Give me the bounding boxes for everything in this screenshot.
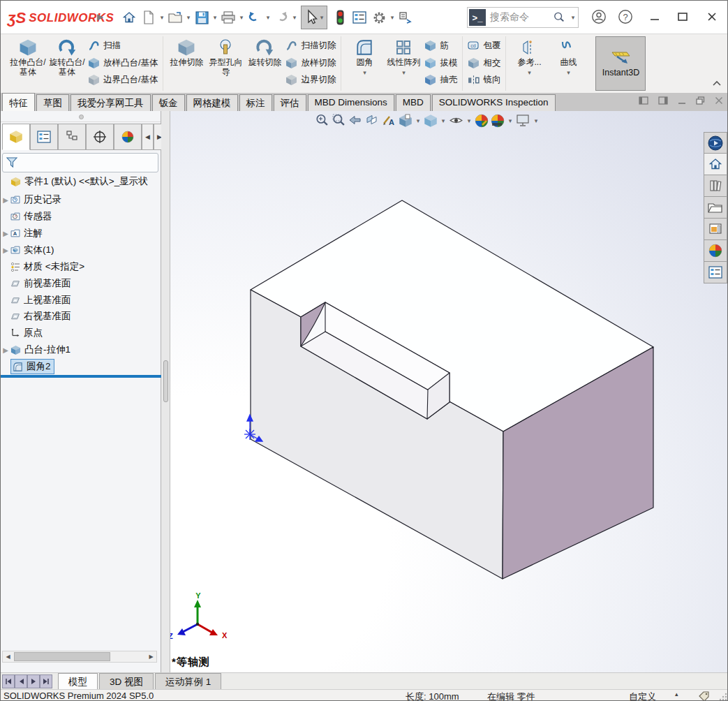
revolved-cut-button[interactable]: 旋转切除 [245,36,284,89]
zoom-area-icon[interactable] [332,113,346,128]
pane-left-button[interactable] [639,96,648,105]
reference-geometry-button[interactable]: 参考... ▾ [510,36,549,89]
lofted-cut-button[interactable]: 放样切除 [285,55,336,71]
options-gear-button[interactable] [369,7,389,28]
maximize-button[interactable] [672,8,693,26]
curves-dropdown[interactable]: ▾ [567,68,570,78]
account-button[interactable] [588,8,609,26]
new-document-button[interactable] [139,7,158,28]
previous-view-icon[interactable] [348,113,363,128]
tab-nav-next[interactable] [27,674,40,688]
pane-right-button[interactable] [658,96,668,105]
appearances-scenes-button[interactable] [704,240,727,262]
close-button[interactable] [701,8,722,26]
tree-item-sensors[interactable]: 传感器 [1,209,52,224]
model-tab[interactable]: 模型 [58,673,98,689]
display-style-dropdown[interactable]: ▾ [440,117,447,124]
swept-cut-button[interactable]: 扫描切除 [285,38,336,54]
panel-top-splitter[interactable] [1,111,161,122]
redo-button[interactable] [272,7,291,28]
search-icon[interactable] [553,11,565,24]
options-dropdown[interactable]: ▾ [389,14,396,21]
tree-item-boss-extrude[interactable]: ▶ 凸台-拉伸1 [1,342,70,357]
view-palette-button[interactable] [704,219,727,240]
revolved-boss-button[interactable]: 旋转凸台/基体 [47,36,87,89]
view-orientation-icon[interactable] [399,114,413,128]
extruded-cut-button[interactable]: 拉伸切除 [167,36,206,89]
tab-mesh-modeling[interactable]: 网格建模 [186,94,238,111]
properties-button[interactable] [350,7,369,28]
undo-button[interactable] [245,7,265,28]
resize-grip[interactable] [719,693,727,701]
tab-mbd-dimensions[interactable]: MBD Dimensions [308,94,394,111]
curves-button[interactable]: 曲线 ▾ [549,36,588,89]
fillet-dropdown[interactable]: ▾ [363,68,366,78]
tree-item-annotations[interactable]: ▶ A 注解 [1,226,43,241]
zoom-fit-icon[interactable] [315,113,329,128]
custom-properties-button[interactable] [704,262,727,283]
display-style-icon[interactable] [424,114,438,128]
tab-sheet-metal[interactable]: 钣金 [152,94,185,111]
doc-minimize-button[interactable] [678,96,686,105]
tree-item-fillet2[interactable]: 圆角2 [1,359,54,374]
selected-tree-item[interactable]: 圆角2 [10,359,54,374]
print-button[interactable] [218,7,238,28]
doc-close-button[interactable] [715,96,723,105]
section-view-icon[interactable] [365,113,380,128]
linear-pattern-dropdown[interactable]: ▾ [402,68,406,78]
tab-nav-prev[interactable] [15,674,27,688]
panel-splitter[interactable] [161,111,170,672]
tree-item-solid-bodies[interactable]: ▶ 实体(1) [1,242,54,258]
shell-button[interactable]: 抽壳 [424,72,457,88]
reference-geometry-dropdown[interactable]: ▾ [528,68,531,78]
tab-sw-inspection[interactable]: SOLIDWORKS Inspection [432,94,556,111]
design-library-button[interactable] [704,175,727,197]
open-button[interactable] [165,7,185,28]
view-settings-dropdown[interactable]: ▾ [533,117,540,124]
hide-show-items-icon[interactable] [449,113,463,128]
display-manager-tab[interactable] [114,124,142,150]
view-settings-icon[interactable] [516,114,530,127]
tab-sketch[interactable]: 草图 [36,94,69,111]
panel-horizontal-scrollbar[interactable]: ◀ ▶ [2,651,157,663]
scroll-right-arrow[interactable]: ▶ [146,651,156,662]
lofted-boss-button[interactable]: 放样凸台/基体 [88,55,158,71]
quick-settings-icon[interactable] [396,7,415,28]
expand-arrow[interactable]: ▶ [1,196,10,204]
edit-appearance-icon[interactable] [475,114,489,128]
boundary-cut-button[interactable]: 边界切除 [285,72,336,88]
swept-boss-button[interactable]: 扫描 [88,38,158,54]
open-dropdown[interactable]: ▾ [185,14,192,21]
tab-markup[interactable]: 标注 [239,94,272,111]
doc-restore-button[interactable] [696,96,705,105]
intersect-button[interactable]: 相交 [468,55,500,71]
redo-dropdown[interactable]: ▾ [291,14,298,21]
dimxpert-manager-tab[interactable] [86,124,114,150]
print-dropdown[interactable]: ▾ [238,14,245,21]
tree-item-front-plane[interactable]: 前视基准面 [1,276,71,291]
performance-evaluation-icon[interactable] [330,7,350,28]
tree-item-top-plane[interactable]: 上视基准面 [1,293,71,308]
save-button[interactable] [192,7,211,28]
apply-scene-dropdown[interactable]: ▾ [507,117,514,124]
tree-item-origin[interactable]: 原点 [1,325,43,341]
tree-item-history[interactable]: ▶ 历史记录 [1,192,61,207]
boundary-boss-button[interactable]: 边界凸台/基体 [88,72,158,88]
view-orientation-dropdown[interactable]: ▾ [415,117,422,124]
file-explorer-button[interactable] [704,197,727,219]
annotation-visibility-icon[interactable]: A [382,113,396,128]
tab-nav-last[interactable] [40,674,52,688]
command-search-input[interactable]: >_ 搜索命令 ▾ [467,7,579,28]
apply-scene-icon[interactable] [491,114,505,128]
tree-item-material[interactable]: 材质 <未指定> [1,259,84,274]
tree-root-part[interactable]: 零件1 (默认) <<默认>_显示状 [1,174,148,189]
hide-show-items-dropdown[interactable]: ▾ [466,117,473,124]
tree-item-right-plane[interactable]: 右视基准面 [1,309,71,324]
linear-pattern-button[interactable]: 线性阵列 ▾ [384,36,423,89]
mirror-button[interactable]: 镜向 [468,72,500,88]
tree-filter-input[interactable] [2,153,158,172]
instant3d-toggle[interactable]: Instant3D [595,36,646,91]
draft-button[interactable]: 拔模 [424,55,457,71]
property-manager-tab[interactable] [30,124,58,150]
home-tab-button[interactable] [704,154,727,175]
